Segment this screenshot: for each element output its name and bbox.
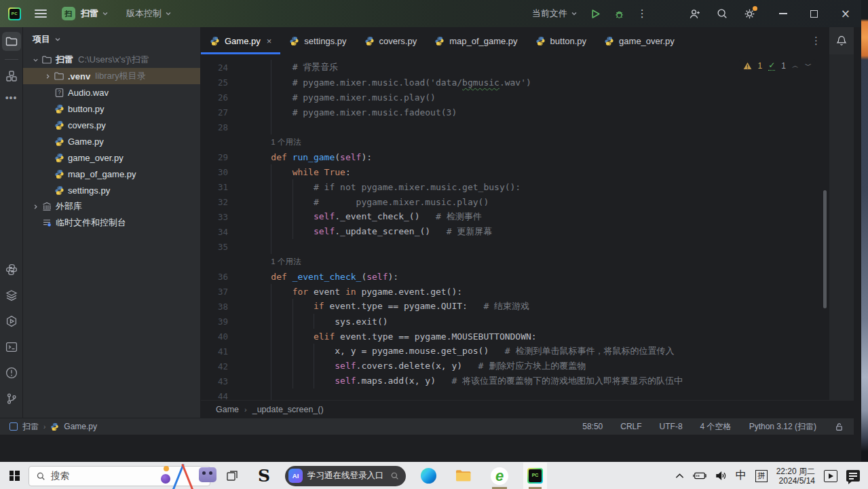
minimize-button[interactable] [779,13,787,14]
edge-browser-button[interactable] [417,463,440,489]
notifications-bell-button[interactable] [829,27,854,54]
tab-map_of_game.py[interactable]: map_of_game.py [426,27,526,54]
caret-position-widget[interactable]: 58:50 [582,422,603,431]
breadcrumb-method[interactable]: _update_screen_() [252,405,324,414]
code-editor[interactable]: 1 ✓ 1 ︿ ﹀ 24# 背景音乐25# pygame.mixer.music… [201,54,854,400]
tab-covers.py[interactable]: covers.py [356,27,426,54]
code-line[interactable]: 28 [201,120,854,134]
structure-tool-window-button[interactable] [2,67,21,86]
code-line[interactable]: 30while True: [201,164,854,179]
code-line[interactable]: 35 [201,239,854,254]
terminal-tool-button[interactable] [2,338,21,357]
file-explorer-button[interactable] [451,463,476,489]
taskbar-search-input[interactable]: 搜索 [29,466,210,486]
tree-item----[interactable]: 外部库 [23,198,200,215]
tab-options-kebab-icon[interactable]: ⋮ [803,35,829,47]
tab-game_over.py[interactable]: game_over.py [595,27,683,54]
tree-item-Game.py[interactable]: Game.py [23,133,200,149]
breadcrumb-class[interactable]: Game [216,405,239,414]
project-panel-header[interactable]: 项目 [23,27,200,52]
task-view-button[interactable] [221,463,243,489]
code-line[interactable]: 39sys.exit() [201,314,854,329]
hidden-icons-chevron[interactable] [675,473,684,479]
project-selector[interactable]: 扫雷 [81,7,109,20]
code-inlay-row[interactable]: 1 个用法 [201,134,854,149]
tree-item-map_of_game.py[interactable]: map_of_game.py [23,166,200,182]
tree-item-game_over.py[interactable]: game_over.py [23,149,200,166]
maximize-button[interactable] [810,10,818,18]
code-inlay-row[interactable]: 1 个用法 [201,254,854,269]
notification-center-button[interactable] [846,470,860,482]
tab-button.py[interactable]: button.py [527,27,596,54]
code-line[interactable]: 24# 背景音乐 [201,60,854,75]
line-separator-widget[interactable]: CRLF [620,422,641,431]
problems-tool-button[interactable] [2,363,21,382]
tab-settings.py[interactable]: settings.py [280,27,355,54]
code-line[interactable]: 44 [201,388,854,400]
s-app-button[interactable]: S [254,463,274,489]
usages-inlay-hint[interactable]: 1 个用法 [250,257,301,267]
code-line[interactable]: 42self.covers.delete(x, y) # 删除对应方块上的覆盖物 [201,359,854,374]
green-e-browser-button[interactable]: e [487,463,512,489]
ai-search-widget[interactable]: AI 学习通在线登录入口 [285,466,406,486]
tab-Game.py[interactable]: Game.py× [201,27,280,54]
indent-widget[interactable]: 4 个空格 [700,421,732,433]
code-line[interactable]: 32# pygame.mixer.music.play() [201,194,854,209]
run-tool-window-button[interactable] [2,312,21,331]
tree-item-button.py[interactable]: button.py [23,101,200,117]
ime-mode-indicator[interactable]: 拼 [755,470,768,482]
code-line[interactable]: 43self.maps.add(x, y) # 将该位置的覆盖物下的游戏地图加入… [201,374,854,388]
code-line[interactable]: 31# if not pygame.mixer.music.get_busy()… [201,179,854,194]
tree-item-.venv[interactable]: .venvlibrary根目录 [23,68,200,84]
services-layers-tool-button[interactable] [2,286,21,305]
code-line[interactable]: 27# pygame.mixer.music.fadeout(3) [201,105,854,120]
run-configuration-selector[interactable]: 当前文件 [532,7,578,20]
code-line[interactable]: 26# pygame.mixer.music.play() [201,90,854,105]
tree-item-settings.py[interactable]: settings.py [23,182,200,198]
git-branch-tool-button[interactable] [2,389,21,408]
tree-item-covers.py[interactable]: covers.py [23,117,200,133]
main-menu-burger-icon[interactable] [35,7,47,20]
code-line[interactable]: 37for event in pygame.event.get(): [201,284,854,299]
speaker-icon[interactable] [715,471,727,481]
more-actions-kebab-icon[interactable]: ⋮ [637,7,647,20]
tree-item---------[interactable]: 临时文件和控制台 [23,215,200,231]
close-button[interactable]: × [841,8,850,20]
code-line[interactable]: 34self._update_screen_() # 更新屏幕 [201,224,854,239]
project-tool-window-button[interactable] [2,32,21,51]
python-packages-tool-button[interactable] [2,260,21,279]
pycharm-taskbar-button[interactable]: PC [523,463,547,489]
code-line[interactable]: 33self._event_check_() # 检测事件 [201,209,854,224]
code-line[interactable]: 29def run_game(self): [201,149,854,164]
lock-open-icon[interactable] [834,422,844,432]
project-badge-icon[interactable]: 扫 [62,7,75,20]
chevron-expanded-icon[interactable] [30,56,41,64]
battery-icon[interactable] [693,471,706,480]
tab-close-icon[interactable]: × [267,36,272,46]
code-line[interactable]: 38if event.type == pygame.QUIT: # 结束游戏 [201,299,854,314]
tree-item-Audio.wav[interactable]: ?Audio.wav [23,84,200,101]
code-with-me-add-user-icon[interactable] [688,7,701,20]
code-line[interactable]: 40elif event.type == pygame.MOUSEBUTTOND… [201,329,854,344]
python-interpreter-widget[interactable]: Python 3.12 (扫雷) [749,421,816,433]
chevron-collapsed-icon[interactable] [42,73,53,80]
code-line[interactable]: 25# pygame.mixer.music.load('data/bgmusi… [201,75,854,90]
usages-inlay-hint[interactable]: 1 个用法 [250,137,301,147]
more-tool-windows-icon[interactable]: ••• [5,92,18,103]
ime-language-indicator[interactable]: 中 [736,469,747,483]
run-button[interactable] [590,8,601,20]
chevron-collapsed-icon[interactable] [30,203,41,211]
status-file-name[interactable]: Game.py [64,422,97,431]
media-tray-icon[interactable] [824,470,837,482]
tree-item---[interactable]: 扫雷C:\Users\x's'j\扫雷 [23,52,200,68]
encoding-widget[interactable]: UTF-8 [660,422,683,431]
status-project-name[interactable]: 扫雷 [22,421,39,433]
search-everywhere-icon[interactable] [716,7,728,20]
vcs-widget[interactable]: 版本控制 [126,7,172,20]
debug-button[interactable] [614,8,625,20]
taskbar-clock[interactable]: 22:20 周二 2024/5/14 [776,467,815,486]
code-line[interactable]: 41x, y = pygame.mouse.get_pos() # 检测到单击鼠… [201,344,854,359]
code-line[interactable]: 36def _event_check_(self): [201,269,854,284]
settings-gear-icon[interactable] [743,7,756,20]
start-button[interactable] [0,463,29,489]
